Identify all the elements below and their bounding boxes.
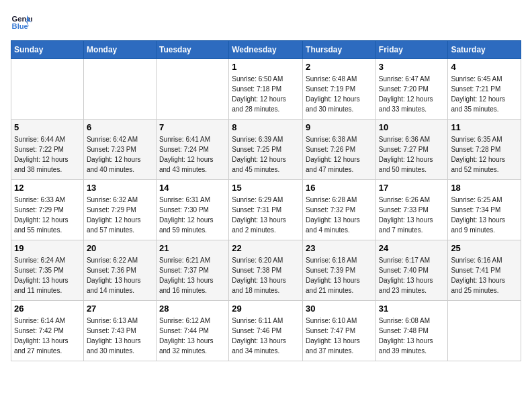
calendar-week-row: 5Sunrise: 6:44 AM Sunset: 7:22 PM Daylig… bbox=[11, 120, 521, 180]
calendar-cell: 7Sunrise: 6:41 AM Sunset: 7:24 PM Daylig… bbox=[156, 120, 228, 180]
calendar-cell: 13Sunrise: 6:32 AM Sunset: 7:29 PM Dayli… bbox=[83, 180, 156, 240]
day-number: 7 bbox=[159, 122, 226, 132]
calendar-cell: 1Sunrise: 6:50 AM Sunset: 7:18 PM Daylig… bbox=[229, 59, 303, 120]
calendar-cell: 24Sunrise: 6:17 AM Sunset: 7:40 PM Dayli… bbox=[375, 240, 448, 301]
day-number: 4 bbox=[451, 62, 518, 72]
weekday-header: Wednesday bbox=[229, 41, 303, 59]
day-info: Sunrise: 6:22 AM Sunset: 7:36 PM Dayligh… bbox=[87, 255, 153, 295]
calendar-cell bbox=[448, 301, 521, 361]
calendar-cell: 31Sunrise: 6:08 AM Sunset: 7:48 PM Dayli… bbox=[375, 301, 448, 361]
day-info: Sunrise: 6:29 AM Sunset: 7:31 PM Dayligh… bbox=[232, 195, 300, 235]
day-number: 10 bbox=[379, 122, 445, 132]
day-number: 14 bbox=[159, 183, 226, 193]
day-number: 27 bbox=[87, 304, 153, 314]
day-number: 29 bbox=[232, 304, 300, 314]
day-info: Sunrise: 6:47 AM Sunset: 7:20 PM Dayligh… bbox=[379, 74, 445, 114]
calendar-cell: 18Sunrise: 6:25 AM Sunset: 7:34 PM Dayli… bbox=[448, 180, 521, 240]
day-info: Sunrise: 6:12 AM Sunset: 7:44 PM Dayligh… bbox=[159, 316, 226, 356]
day-info: Sunrise: 6:41 AM Sunset: 7:24 PM Dayligh… bbox=[159, 134, 226, 175]
calendar-cell: 25Sunrise: 6:16 AM Sunset: 7:41 PM Dayli… bbox=[448, 240, 521, 301]
calendar-week-row: 19Sunrise: 6:24 AM Sunset: 7:35 PM Dayli… bbox=[11, 240, 521, 301]
calendar-cell: 20Sunrise: 6:22 AM Sunset: 7:36 PM Dayli… bbox=[83, 240, 156, 301]
calendar-cell: 23Sunrise: 6:18 AM Sunset: 7:39 PM Dayli… bbox=[303, 240, 376, 301]
day-info: Sunrise: 6:32 AM Sunset: 7:29 PM Dayligh… bbox=[87, 195, 153, 235]
calendar-week-row: 12Sunrise: 6:33 AM Sunset: 7:29 PM Dayli… bbox=[11, 180, 521, 240]
calendar-cell: 4Sunrise: 6:45 AM Sunset: 7:21 PM Daylig… bbox=[448, 59, 521, 120]
weekday-header: Saturday bbox=[448, 41, 521, 59]
day-number: 11 bbox=[451, 122, 518, 132]
calendar-cell: 11Sunrise: 6:35 AM Sunset: 7:28 PM Dayli… bbox=[448, 120, 521, 180]
day-number: 30 bbox=[306, 304, 373, 314]
day-info: Sunrise: 6:24 AM Sunset: 7:35 PM Dayligh… bbox=[14, 255, 81, 295]
day-info: Sunrise: 6:14 AM Sunset: 7:42 PM Dayligh… bbox=[14, 316, 81, 356]
weekday-header: Tuesday bbox=[156, 41, 228, 59]
day-info: Sunrise: 6:36 AM Sunset: 7:27 PM Dayligh… bbox=[379, 134, 445, 175]
day-number: 26 bbox=[14, 304, 81, 314]
day-info: Sunrise: 6:25 AM Sunset: 7:34 PM Dayligh… bbox=[451, 195, 518, 235]
weekday-header-row: SundayMondayTuesdayWednesdayThursdayFrid… bbox=[11, 41, 521, 59]
day-info: Sunrise: 6:28 AM Sunset: 7:32 PM Dayligh… bbox=[306, 195, 373, 235]
weekday-header: Friday bbox=[375, 41, 448, 59]
day-number: 16 bbox=[306, 183, 373, 193]
day-number: 21 bbox=[159, 243, 226, 253]
svg-text:General: General bbox=[12, 15, 32, 23]
day-info: Sunrise: 6:16 AM Sunset: 7:41 PM Dayligh… bbox=[451, 255, 518, 295]
calendar-cell: 5Sunrise: 6:44 AM Sunset: 7:22 PM Daylig… bbox=[11, 120, 84, 180]
day-number: 17 bbox=[379, 183, 445, 193]
calendar-cell: 26Sunrise: 6:14 AM Sunset: 7:42 PM Dayli… bbox=[11, 301, 84, 361]
calendar-cell bbox=[11, 59, 84, 120]
calendar-cell: 27Sunrise: 6:13 AM Sunset: 7:43 PM Dayli… bbox=[83, 301, 156, 361]
day-number: 6 bbox=[87, 122, 153, 132]
day-info: Sunrise: 6:26 AM Sunset: 7:33 PM Dayligh… bbox=[379, 195, 445, 235]
calendar-cell: 17Sunrise: 6:26 AM Sunset: 7:33 PM Dayli… bbox=[375, 180, 448, 240]
day-info: Sunrise: 6:31 AM Sunset: 7:30 PM Dayligh… bbox=[159, 195, 226, 235]
day-info: Sunrise: 6:50 AM Sunset: 7:18 PM Dayligh… bbox=[232, 74, 300, 114]
day-info: Sunrise: 6:35 AM Sunset: 7:28 PM Dayligh… bbox=[451, 134, 518, 175]
calendar-cell: 29Sunrise: 6:11 AM Sunset: 7:46 PM Dayli… bbox=[229, 301, 303, 361]
calendar-cell bbox=[83, 59, 156, 120]
calendar-cell: 30Sunrise: 6:10 AM Sunset: 7:47 PM Dayli… bbox=[303, 301, 376, 361]
day-info: Sunrise: 6:17 AM Sunset: 7:40 PM Dayligh… bbox=[379, 255, 445, 295]
calendar-cell: 2Sunrise: 6:48 AM Sunset: 7:19 PM Daylig… bbox=[303, 59, 376, 120]
day-number: 9 bbox=[306, 122, 373, 132]
day-info: Sunrise: 6:18 AM Sunset: 7:39 PM Dayligh… bbox=[306, 255, 373, 295]
day-number: 28 bbox=[159, 304, 226, 314]
day-info: Sunrise: 6:21 AM Sunset: 7:37 PM Dayligh… bbox=[159, 255, 226, 295]
day-number: 15 bbox=[232, 183, 300, 193]
calendar-cell: 6Sunrise: 6:42 AM Sunset: 7:23 PM Daylig… bbox=[83, 120, 156, 180]
day-number: 5 bbox=[14, 122, 81, 132]
calendar-cell bbox=[156, 59, 228, 120]
calendar-cell: 28Sunrise: 6:12 AM Sunset: 7:44 PM Dayli… bbox=[156, 301, 228, 361]
calendar-cell: 21Sunrise: 6:21 AM Sunset: 7:37 PM Dayli… bbox=[156, 240, 228, 301]
day-number: 2 bbox=[306, 62, 373, 72]
logo-icon: General Blue bbox=[11, 11, 32, 32]
calendar-cell: 12Sunrise: 6:33 AM Sunset: 7:29 PM Dayli… bbox=[11, 180, 84, 240]
day-number: 19 bbox=[14, 243, 81, 253]
calendar-cell: 9Sunrise: 6:38 AM Sunset: 7:26 PM Daylig… bbox=[303, 120, 376, 180]
calendar-week-row: 26Sunrise: 6:14 AM Sunset: 7:42 PM Dayli… bbox=[11, 301, 521, 361]
calendar-cell: 19Sunrise: 6:24 AM Sunset: 7:35 PM Dayli… bbox=[11, 240, 84, 301]
day-number: 23 bbox=[306, 243, 373, 253]
day-info: Sunrise: 6:20 AM Sunset: 7:38 PM Dayligh… bbox=[232, 255, 300, 295]
calendar-cell: 14Sunrise: 6:31 AM Sunset: 7:30 PM Dayli… bbox=[156, 180, 228, 240]
day-info: Sunrise: 6:38 AM Sunset: 7:26 PM Dayligh… bbox=[306, 134, 373, 175]
day-number: 25 bbox=[451, 243, 518, 253]
weekday-header: Monday bbox=[83, 41, 156, 59]
day-number: 8 bbox=[232, 122, 300, 132]
day-number: 18 bbox=[451, 183, 518, 193]
weekday-header: Sunday bbox=[11, 41, 84, 59]
svg-text:Blue: Blue bbox=[12, 22, 28, 30]
calendar-cell: 3Sunrise: 6:47 AM Sunset: 7:20 PM Daylig… bbox=[375, 59, 448, 120]
day-info: Sunrise: 6:10 AM Sunset: 7:47 PM Dayligh… bbox=[306, 316, 373, 356]
day-number: 12 bbox=[14, 183, 81, 193]
calendar-cell: 16Sunrise: 6:28 AM Sunset: 7:32 PM Dayli… bbox=[303, 180, 376, 240]
day-info: Sunrise: 6:42 AM Sunset: 7:23 PM Dayligh… bbox=[87, 134, 153, 175]
day-number: 3 bbox=[379, 62, 445, 72]
day-number: 13 bbox=[87, 183, 153, 193]
day-number: 24 bbox=[379, 243, 445, 253]
day-info: Sunrise: 6:39 AM Sunset: 7:25 PM Dayligh… bbox=[232, 134, 300, 175]
calendar-cell: 10Sunrise: 6:36 AM Sunset: 7:27 PM Dayli… bbox=[375, 120, 448, 180]
day-number: 22 bbox=[232, 243, 300, 253]
calendar-cell: 22Sunrise: 6:20 AM Sunset: 7:38 PM Dayli… bbox=[229, 240, 303, 301]
day-info: Sunrise: 6:33 AM Sunset: 7:29 PM Dayligh… bbox=[14, 195, 81, 235]
